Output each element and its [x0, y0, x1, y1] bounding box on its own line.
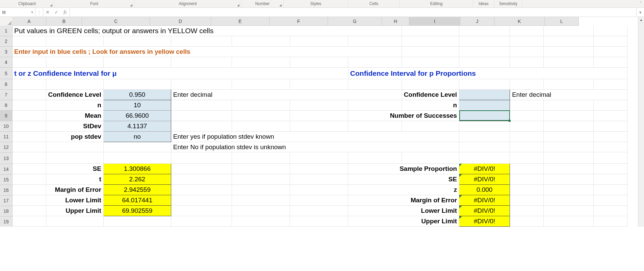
cell-D15[interactable]	[171, 174, 232, 185]
formula-bar-expand-icon[interactable]: ▾	[636, 8, 644, 17]
label[interactable]: Lower Limit	[348, 206, 459, 216]
cell-L19[interactable]	[594, 216, 627, 227]
label[interactable]: SE	[46, 164, 103, 174]
cell-J4[interactable]	[510, 57, 544, 68]
cell-E10[interactable]	[232, 121, 290, 131]
cell-G1[interactable]	[348, 26, 402, 36]
cell-G2[interactable]	[348, 36, 402, 47]
enter-icon[interactable]: ✓	[52, 8, 61, 17]
cell-E13[interactable]	[232, 152, 290, 164]
cell-K14[interactable]	[544, 164, 594, 174]
cell-H3[interactable]	[402, 47, 459, 57]
label[interactable]: pop stdev	[46, 131, 103, 142]
cell-K9[interactable]	[544, 110, 594, 121]
label[interactable]: Margin of Error	[46, 185, 103, 195]
label[interactable]: SE	[348, 174, 459, 185]
cell-F18[interactable]	[290, 206, 348, 216]
dialog-launcher-icon[interactable]: ◢	[49, 3, 53, 7]
cell-K6[interactable]	[544, 79, 594, 90]
cell-F19[interactable]	[290, 216, 348, 227]
column-header-K[interactable]: K	[494, 17, 545, 26]
column-header-G[interactable]: G	[328, 17, 382, 26]
input-cell[interactable]	[459, 90, 510, 100]
row-header-5[interactable]: 5	[0, 68, 12, 79]
cell-D19[interactable]	[171, 216, 232, 227]
cell-K4[interactable]	[544, 57, 594, 68]
cell-K16[interactable]	[544, 185, 594, 195]
input-cell[interactable]: 66.9600	[103, 110, 171, 121]
cell-D14[interactable]	[171, 164, 232, 174]
cell-F17[interactable]	[290, 195, 348, 206]
cell-L9[interactable]	[594, 110, 627, 121]
output-cell[interactable]: 69.902559	[103, 206, 171, 216]
cell-E4[interactable]	[232, 57, 290, 68]
row-header-11[interactable]: 11	[0, 132, 12, 142]
row-header-9[interactable]: 9	[0, 111, 12, 121]
cell-D8[interactable]	[171, 100, 232, 110]
cell-G8[interactable]	[348, 100, 402, 110]
cell-B2[interactable]	[46, 36, 103, 47]
cell-J18[interactable]	[510, 206, 544, 216]
cell-K1[interactable]	[544, 26, 594, 36]
cell-D17[interactable]	[171, 195, 232, 206]
cell-D6[interactable]	[171, 79, 232, 90]
cell-L6[interactable]	[594, 79, 627, 90]
column-header-A[interactable]: A	[12, 17, 46, 26]
cell-B12[interactable]	[46, 142, 103, 152]
cell-L1[interactable]	[594, 26, 627, 36]
cell-L2[interactable]	[594, 36, 627, 47]
cell-A8[interactable]	[12, 100, 46, 110]
cell-L8[interactable]	[594, 100, 627, 110]
cell-G7[interactable]	[348, 90, 402, 100]
cell-H4[interactable]	[402, 57, 459, 68]
output-cell[interactable]: #DIV/0!	[459, 206, 510, 216]
row-header-12[interactable]: 12	[0, 142, 12, 153]
output-cell[interactable]: 2.262	[103, 174, 171, 185]
cell-J16[interactable]	[510, 185, 544, 195]
dialog-launcher-icon[interactable]: ◢	[279, 3, 282, 7]
cell-J3[interactable]	[510, 47, 544, 57]
cell-F8[interactable]	[290, 100, 348, 110]
label[interactable]: Upper Limit	[348, 216, 459, 227]
cell-F10[interactable]	[290, 121, 348, 131]
cell-A18[interactable]	[12, 206, 46, 216]
cancel-icon[interactable]: ✕	[43, 8, 52, 17]
row-header-14[interactable]: 14	[0, 164, 12, 175]
cell-B6[interactable]	[46, 79, 103, 90]
cell-B19[interactable]	[46, 216, 103, 227]
cell-J19[interactable]	[510, 216, 544, 227]
label[interactable]: n	[402, 100, 459, 110]
output-cell[interactable]: #DIV/0!	[459, 174, 510, 185]
cell-K3[interactable]	[544, 47, 594, 57]
hint[interactable]: Enter decimal	[510, 90, 594, 100]
cell-K11[interactable]	[544, 131, 594, 142]
output-cell[interactable]: #DIV/0!	[459, 195, 510, 206]
cell-E2[interactable]	[232, 36, 290, 47]
row-header-1[interactable]: 1	[0, 26, 12, 36]
cell-E17[interactable]	[232, 195, 290, 206]
input-cell[interactable]	[459, 110, 510, 121]
cell-D10[interactable]	[171, 121, 232, 131]
cell-J2[interactable]	[510, 36, 544, 47]
cell-J14[interactable]	[510, 164, 544, 174]
output-cell[interactable]: 0.000	[459, 185, 510, 195]
ribbon-group-styles[interactable]: Styles	[284, 0, 348, 7]
column-header-C[interactable]: C	[82, 17, 150, 26]
row-header-7[interactable]: 7	[0, 90, 12, 100]
cell-K2[interactable]	[544, 36, 594, 47]
cell-C13[interactable]	[103, 152, 171, 164]
row-header-2[interactable]: 2	[0, 36, 12, 47]
input-cell[interactable]: 0.950	[103, 90, 171, 100]
input-cell[interactable]	[459, 100, 510, 110]
cell-I6[interactable]	[459, 79, 510, 90]
cell-K10[interactable]	[544, 121, 594, 131]
cell-K17[interactable]	[544, 195, 594, 206]
row-header-19[interactable]: 19	[0, 217, 12, 227]
cell-G10[interactable]	[348, 121, 402, 131]
cell-D16[interactable]	[171, 185, 232, 195]
output-cell[interactable]: #DIV/0!	[459, 164, 510, 174]
cell-A13[interactable]	[12, 152, 46, 164]
cell-C19[interactable]	[103, 216, 171, 227]
cell-D2[interactable]	[171, 36, 232, 47]
spreadsheet-grid[interactable]: ABCDEFGHIJKL 123456789101112131415161718…	[0, 17, 644, 227]
